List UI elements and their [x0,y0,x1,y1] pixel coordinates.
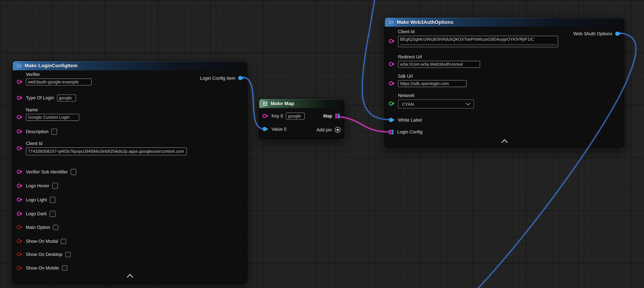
pin-label: Login Config Item [200,75,235,81]
pin-row-login-config-item-output: Login Config Item [200,74,244,82]
pin-redirect-url[interactable] [389,62,393,66]
pin-show-on-modal[interactable] [17,239,21,243]
main-option-checkbox[interactable] [53,224,58,230]
blueprint-editor-viewport: Make LoginConfigItem Login Config Item V… [0,0,644,288]
network-dropdown-value: CYAN [402,102,414,106]
collapse-chevron-up-icon[interactable] [127,274,133,280]
pin-label: Show On Modal [26,238,58,244]
pin-label: Client Id [398,29,558,34]
pin-map-output[interactable] [335,114,340,118]
pin-row-logo-light: Logo Light [17,196,56,203]
key0-input[interactable]: google [286,112,305,119]
node-header-make-map[interactable]: Make Map [259,99,344,108]
collapse-chevron-up-icon[interactable] [501,139,508,146]
pin-show-on-desktop[interactable] [17,252,21,256]
logo-dark-input[interactable] [50,211,55,217]
pin-sdk-url[interactable] [389,81,393,86]
node-title: Make Web3AuthOptions [397,19,453,25]
pin-label: Main Option [26,224,50,230]
pin-client-id[interactable] [389,39,393,43]
pin-row-show-on-desktop: Show On Desktop [17,251,70,258]
pin-label: Value 0 [272,126,286,132]
pin-login-config-item-output[interactable] [238,76,242,80]
pin-row-type-of-login: Type Of Login google [17,94,76,102]
pin-label: Show On Mobile [26,265,59,270]
pin-row-redirect-url: Redirect Url w3a://com.w3a.Web3AuthUnrea… [389,54,480,68]
node-make-loginconfigitem[interactable]: Make LoginConfigItem Login Config Item V… [12,61,247,284]
pin-login-config[interactable] [389,130,394,134]
add-pin-row: Add pin [316,126,340,134]
add-pin-label: Add pin [316,127,332,132]
pin-row-name: Name Google Custom Login [17,107,79,121]
pin-label: Description [26,129,48,134]
blueprint-graph-canvas[interactable]: Make LoginConfigItem Login Config Item V… [0,0,644,288]
make-struct-icon [388,20,394,25]
pin-logo-light[interactable] [17,198,21,202]
type-of-login-input[interactable]: google [57,94,76,101]
pin-label: Key 0 [272,113,283,118]
pin-verifier[interactable] [17,80,21,84]
wire-map-to-login-config[interactable] [338,117,389,132]
pin-client-id[interactable] [17,146,21,150]
pin-label: Type Of Login [26,95,54,100]
node-make-web3authoptions[interactable]: Make Web3AuthOptions Web 3Auth Options C… [384,17,624,148]
pin-label: Verifier [26,72,92,77]
pin-label: Map [323,113,332,118]
pin-label: Web 3Auth Options [573,31,612,36]
show-on-desktop-checkbox[interactable] [65,252,71,257]
node-header-make-web3authoptions[interactable]: Make Web3AuthOptions [385,18,624,27]
verifier-sub-identifier-input[interactable] [71,169,76,175]
pin-web3auth-options-output[interactable] [615,32,619,36]
pin-description[interactable] [17,129,21,133]
add-pin-button[interactable] [335,127,340,133]
show-on-modal-checkbox[interactable] [61,238,66,244]
pin-label: Network [398,93,474,98]
pin-value0[interactable] [262,127,266,131]
pin-label: White Label [398,117,422,123]
pin-type-of-login[interactable] [17,96,21,100]
pin-label: Verifier Sub Identifier [26,169,68,174]
network-dropdown[interactable]: CYAN [398,99,474,108]
pin-label: Login Config [397,129,422,134]
pin-row-sdk-url: Sdk Url https://sdk.openlogin.com [389,74,466,87]
pin-logo-dark[interactable] [17,212,21,216]
pin-main-option[interactable] [17,225,21,229]
node-title: Make Map [271,101,294,106]
sdk-url-input[interactable]: https://sdk.openlogin.com [398,80,466,87]
pin-logo-hover[interactable] [17,184,21,188]
client-id-input[interactable]: BEglQSgt4cUWcj6SKRdu5QkOXTsePmMcusG5EAoy… [398,36,558,47]
node-make-map[interactable]: Make Map Key 0 google Map Value 0 Add pi… [259,99,344,139]
logo-hover-input[interactable] [52,183,58,189]
pin-row-value0: Value 0 [262,125,286,133]
node-header-make-loginconfigitem[interactable]: Make LoginConfigItem [13,61,247,70]
logo-light-input[interactable] [50,196,56,203]
client-id-value: BEglQSgt4cUWcj6SKRdu5QkOXTsePmMcusG5EAoy… [400,37,534,42]
pin-show-on-mobile[interactable] [17,266,21,270]
name-input[interactable]: Google Custom Login [26,114,79,121]
make-struct-icon [16,63,22,68]
pin-row-client-id: Client Id 774338308167-q463s7kpvja16l4l0… [17,141,187,155]
description-input[interactable] [51,128,57,134]
hscrollbar-track[interactable] [400,44,556,46]
pin-label: Client Id [26,141,187,146]
verifier-input[interactable]: web3auth-google-example [26,78,92,86]
pin-row-description: Description [17,128,57,135]
chevron-down-icon [466,101,470,106]
pin-verifier-sub-identifier[interactable] [17,170,21,174]
pin-name[interactable] [17,115,21,119]
collapse-chevron-row [385,140,624,145]
pin-row-web3auth-options-output: Web 3Auth Options [573,30,621,38]
pin-key0[interactable] [262,114,266,118]
pin-row-network: Network CYAN [389,93,474,108]
redirect-url-input[interactable]: w3a://com.w3a.Web3AuthUnreal [398,61,480,68]
client-id-input[interactable]: 774338308167-q463s7kpvja16l4l0kko3nb925i… [26,148,187,155]
pin-row-show-on-modal: Show On Modal [17,237,66,245]
pin-row-main-option: Main Option [17,223,58,231]
pin-white-label[interactable] [389,118,393,122]
pin-row-show-on-mobile: Show On Mobile [17,264,67,271]
show-on-mobile-checkbox[interactable] [62,265,67,270]
pin-network[interactable] [389,101,393,106]
pin-row-key0: Key 0 google [262,112,305,120]
pin-row-login-config: Login Config [389,128,422,136]
pin-row-logo-hover: Logo Hover [17,182,58,189]
